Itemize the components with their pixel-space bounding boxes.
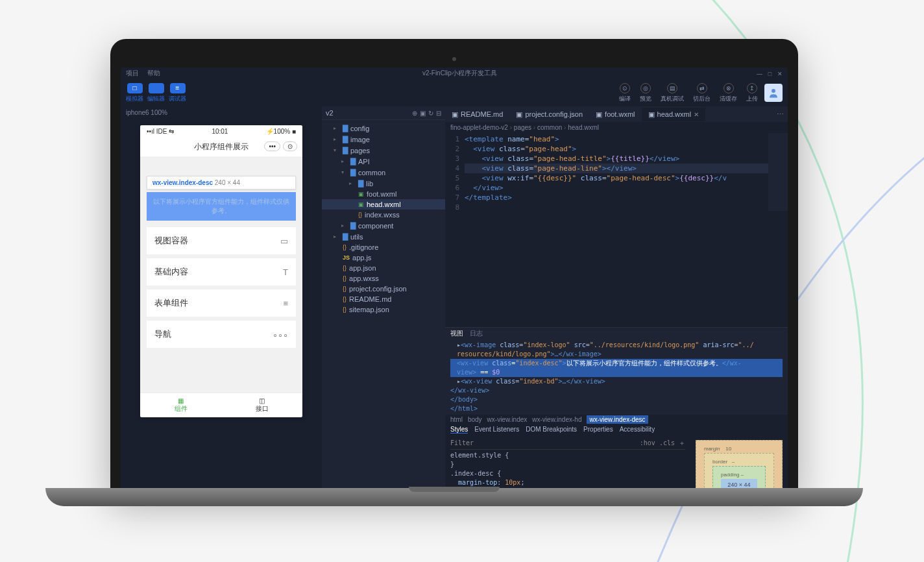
tree-item-head.wxml[interactable]: ▣head.wxml	[322, 199, 445, 210]
element-crumbs: htmlbodywx-view.indexwx-view.index-hdwx-…	[445, 415, 788, 424]
tree-item-foot.wxml[interactable]: ▣foot.wxml	[322, 189, 445, 199]
simulator-device-label: iphone6 100%	[121, 106, 322, 119]
tree-root-label: v2	[326, 109, 334, 117]
collapse-icon[interactable]: ⊟	[436, 110, 441, 117]
editor-tab-2[interactable]: ▣foot.wxml	[589, 108, 641, 121]
sim-list-item-1[interactable]: 基础内容T	[147, 258, 296, 286]
code-editor[interactable]: <template name="head"> <view class="page…	[465, 134, 788, 212]
phone-status-left: ••ıl IDE ⇆	[147, 128, 174, 135]
svg-point-0	[772, 89, 775, 93]
tool-action-2[interactable]: ▤真机调试	[661, 83, 684, 103]
simulator-panel: iphone6 100% ••ıl IDE ⇆ 10:01 ⚡100% ■ 小程…	[121, 106, 322, 489]
minimize-button[interactable]: —	[757, 71, 762, 77]
maximize-button[interactable]: □	[768, 71, 772, 77]
tree-item-API[interactable]: ▸▇API	[322, 156, 445, 167]
tree-item-utils[interactable]: ▸▇utils	[322, 231, 445, 242]
tree-item-app.json[interactable]: {}app.json	[322, 263, 445, 273]
window-titlebar: 项目 帮助 v2-FinClip小程序开发工具 — □ ✕	[121, 67, 788, 79]
camera-dot	[452, 57, 456, 61]
menu-project[interactable]: 项目	[126, 69, 139, 77]
mode-tab-1[interactable]: 编辑器	[147, 83, 165, 103]
tree-item-config[interactable]: ▸▇config	[322, 123, 445, 134]
close-tab-icon[interactable]: ✕	[694, 111, 699, 118]
tree-item-component[interactable]: ▸▇component	[322, 220, 445, 231]
page-title: 小程序组件展示	[194, 142, 249, 151]
minimap[interactable]	[768, 133, 788, 211]
sim-list-item-2[interactable]: 表单组件≡	[147, 289, 296, 317]
inspect-tooltip: wx-view.index-desc 240 × 44	[147, 176, 296, 189]
phone-tab-1[interactable]: ◫接口	[221, 393, 302, 417]
tool-action-5[interactable]: ↥上传	[746, 83, 758, 103]
phone-preview: ••ıl IDE ⇆ 10:01 ⚡100% ■ 小程序组件展示 ••• ⊙ w…	[140, 125, 302, 417]
file-tree-panel: v2 ⊕ ▣ ↻ ⊟ ▸▇config▸▇image▾▇pages▸▇API▾▇…	[322, 106, 445, 489]
inspect-tab-2[interactable]: DOM Breakpoints	[526, 426, 577, 434]
sim-list-item-3[interactable]: 导航∘∘∘	[147, 321, 296, 348]
capsule-close[interactable]: ⊙	[283, 141, 297, 151]
tree-item-app.js[interactable]: JSapp.js	[322, 252, 445, 263]
styles-filter-controls[interactable]: :hov .cls ＋	[640, 439, 685, 448]
close-button[interactable]: ✕	[777, 71, 783, 77]
devtools-panel: 视图 日志 ▸<wx-image class="index-logo" src=…	[445, 327, 788, 489]
mode-tab-0[interactable]: □模拟器	[126, 83, 143, 103]
tool-action-0[interactable]: ⊙编译	[619, 83, 631, 103]
new-folder-icon[interactable]: ▣	[420, 110, 426, 117]
more-tabs-icon[interactable]: ⋯	[773, 110, 788, 119]
breadcrumb: fino-applet-demo-v2pagescommonhead.wxml	[445, 122, 788, 133]
tree-item-project.config.json[interactable]: {}project.config.json	[322, 284, 445, 294]
tree-item-index.wxss[interactable]: {}index.wxss	[322, 210, 445, 220]
crumb-3[interactable]: wx-view.index-hd	[532, 416, 581, 423]
menu-help[interactable]: 帮助	[147, 69, 160, 77]
crumb-2[interactable]: wx-view.index	[487, 416, 528, 423]
tree-item-pages[interactable]: ▾▇pages	[322, 145, 445, 156]
tool-action-1[interactable]: ◎预览	[640, 83, 651, 103]
styles-filter[interactable]: Filter	[450, 439, 474, 448]
laptop-base	[45, 488, 863, 506]
tree-item-.gitignore[interactable]: {}.gitignore	[322, 242, 445, 252]
crumb-4[interactable]: wx-view.index-desc	[587, 415, 648, 424]
inspect-tab-0[interactable]: Styles	[450, 426, 468, 434]
refresh-icon[interactable]: ↻	[428, 110, 433, 117]
inspect-tab-3[interactable]: Properties	[583, 426, 613, 434]
crumb-0[interactable]: html	[450, 416, 463, 423]
tree-item-common[interactable]: ▾▇common	[322, 167, 445, 178]
tree-item-app.wxss[interactable]: {}app.wxss	[322, 273, 445, 284]
editor-panel: ▣README.md▣project.config.json▣foot.wxml…	[445, 106, 788, 489]
tool-action-4[interactable]: ⊗清缓存	[720, 83, 737, 103]
phone-status-battery: ⚡100% ■	[266, 128, 296, 135]
dom-tree[interactable]: ▸<wx-image class="index-logo" src="../re…	[445, 339, 788, 415]
devtab-view[interactable]: 视图	[450, 329, 463, 338]
phone-tab-0[interactable]: ▦组件	[140, 393, 221, 417]
laptop-mockup: 项目 帮助 v2-FinClip小程序开发工具 — □ ✕ □模拟器编辑器≡调试…	[110, 39, 798, 506]
new-file-icon[interactable]: ⊕	[412, 110, 417, 117]
editor-tab-0[interactable]: ▣README.md	[445, 108, 509, 121]
user-avatar[interactable]	[764, 84, 783, 102]
tree-item-sitemap.json[interactable]: {}sitemap.json	[322, 304, 445, 315]
tree-item-README.md[interactable]: {}README.md	[322, 294, 445, 304]
phone-status-time: 10:01	[212, 128, 228, 135]
menu-bar: 项目 帮助	[126, 69, 167, 78]
editor-tab-1[interactable]: ▣project.config.json	[509, 108, 589, 121]
styles-pane[interactable]: Filter :hov .cls ＋ element.style {}.inde…	[445, 435, 690, 489]
tool-action-3[interactable]: ⇄切后台	[693, 83, 711, 103]
sim-list-item-0[interactable]: 视图容器▭	[147, 227, 296, 254]
inspect-tab-1[interactable]: Event Listeners	[474, 426, 519, 434]
box-model: margin 10 border – padding – 240 × 44 – …	[690, 435, 788, 489]
inspect-tab-4[interactable]: Accessibility	[620, 426, 655, 434]
window-title: v2-FinClip小程序开发工具	[422, 69, 497, 78]
editor-tab-3[interactable]: ▣head.wxml✕	[642, 108, 706, 121]
devtab-log[interactable]: 日志	[470, 329, 483, 338]
mode-tab-2[interactable]: ≡调试器	[169, 83, 186, 103]
tree-item-lib[interactable]: ▸▇lib	[322, 178, 445, 189]
capsule-menu[interactable]: •••	[264, 141, 280, 151]
main-toolbar: □模拟器编辑器≡调试器 ⊙编译◎预览▤真机调试⇄切后台⊗清缓存↥上传	[121, 79, 788, 106]
tree-item-image[interactable]: ▸▇image	[322, 134, 445, 145]
highlighted-element: 以下将展示小程序官方组件能力，组件样式仅供参考。	[147, 192, 296, 221]
crumb-1[interactable]: body	[468, 416, 482, 423]
